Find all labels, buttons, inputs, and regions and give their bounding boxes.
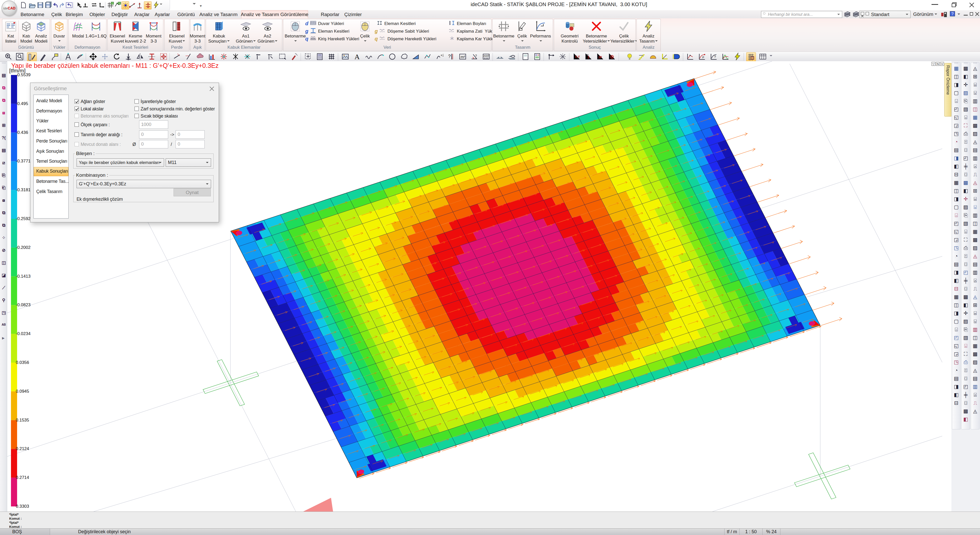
svg-text:mm²: mm²: [484, 54, 489, 57]
svg-text:?: ?: [714, 55, 716, 59]
svg-text:0.0356: 0.0356: [16, 360, 29, 365]
svg-text:Yapı ile beraber çözülen kabuk: Yapı ile beraber çözülen kabuk elemanlar…: [11, 62, 219, 69]
svg-text:3P: 3P: [598, 56, 602, 59]
svg-text:A: A: [355, 53, 360, 61]
svg-text:-0.0823: -0.0823: [16, 302, 30, 307]
svg-text:-0.2592: -0.2592: [16, 216, 30, 221]
svg-text:-0.3181: -0.3181: [16, 187, 30, 192]
svg-text:-0.436: -0.436: [16, 130, 28, 135]
svg-text:+2: +2: [441, 53, 444, 57]
svg-text:-0.495: -0.495: [16, 101, 28, 106]
svg-text:-0.2002: -0.2002: [16, 245, 30, 250]
svg-text:0.3303: 0.3303: [16, 504, 29, 509]
svg-text:P: P: [702, 56, 704, 59]
svg-text:0.0945: 0.0945: [16, 389, 29, 394]
svg-text:?: ?: [475, 54, 477, 58]
svg-text:0.2714: 0.2714: [16, 475, 29, 480]
svg-text:X,Y: X,Y: [575, 55, 580, 59]
svg-text:0.2124: 0.2124: [16, 446, 29, 451]
svg-text:?: ?: [448, 54, 451, 59]
svg-text:0.1535: 0.1535: [16, 418, 29, 422]
svg-text:-0.3771: -0.3771: [16, 159, 30, 164]
svg-text:m²: m²: [461, 55, 465, 59]
svg-text:-0.5539: -0.5539: [16, 72, 30, 77]
svg-text:-0.0234: -0.0234: [16, 331, 30, 336]
svg-text:-0.1413: -0.1413: [16, 274, 30, 279]
svg-text:Z: Z: [587, 56, 589, 59]
